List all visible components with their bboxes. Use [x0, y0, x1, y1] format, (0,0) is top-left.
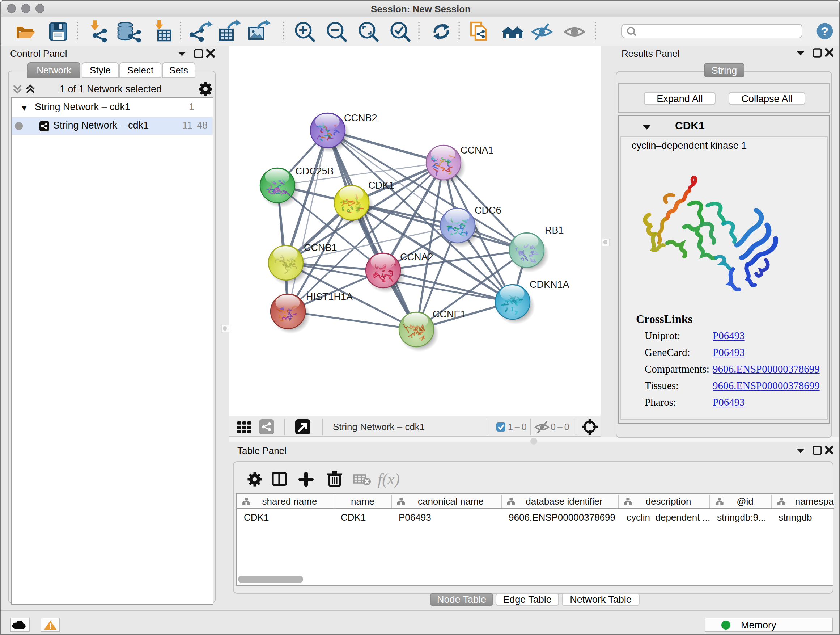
svg-text:CCNE1: CCNE1	[433, 309, 466, 320]
svg-text:CCNB1: CCNB1	[304, 242, 337, 253]
svg-text:description: description	[646, 496, 691, 507]
svg-text:RB1: RB1	[545, 225, 564, 236]
svg-text:f(x): f(x)	[378, 470, 400, 488]
svg-text:name: name	[351, 496, 374, 507]
svg-text:CDC25B: CDC25B	[295, 166, 334, 177]
svg-text:String Network – cdk1: String Network – cdk1	[333, 421, 425, 432]
svg-text:HIST1H1A: HIST1H1A	[306, 291, 353, 302]
svg-text:CDK1: CDK1	[368, 180, 394, 191]
svg-text:?: ?	[821, 24, 829, 38]
svg-text:CCNA1: CCNA1	[461, 145, 494, 156]
svg-text:shared name: shared name	[262, 496, 317, 507]
svg-text:0 – 0: 0 – 0	[551, 422, 569, 432]
svg-text:database identifier: database identifier	[526, 496, 603, 507]
svg-text:CDC6: CDC6	[475, 205, 501, 216]
svg-text:namespace: namespace	[795, 496, 834, 507]
svg-text:@id: @id	[737, 496, 753, 507]
svg-text:CDKN1A: CDKN1A	[530, 279, 569, 290]
svg-text:canonical name: canonical name	[418, 496, 484, 507]
svg-text:CCNB2: CCNB2	[344, 112, 377, 124]
svg-text:1 of 1 Network selected: 1 of 1 Network selected	[60, 84, 162, 95]
svg-text:CCNA2: CCNA2	[400, 252, 433, 263]
svg-text:1 – 0: 1 – 0	[508, 422, 527, 432]
